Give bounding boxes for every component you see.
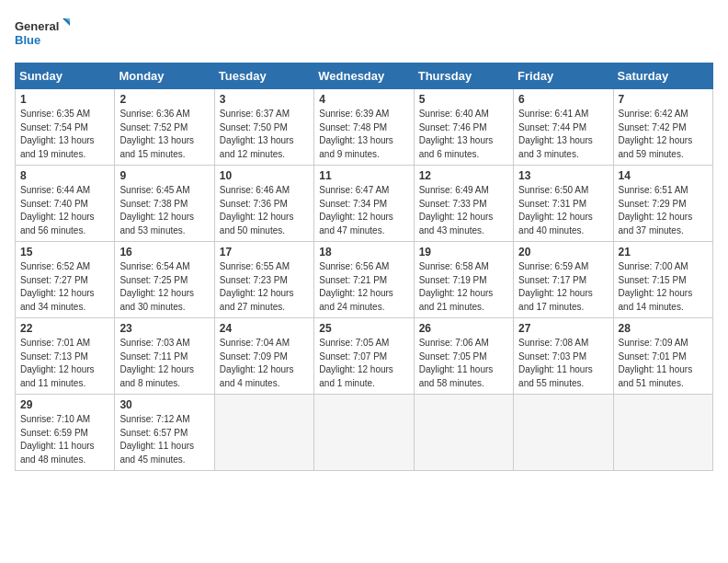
day-number: 25 bbox=[319, 322, 408, 335]
day-number: 29 bbox=[20, 398, 109, 411]
day-number: 8 bbox=[20, 169, 109, 182]
day-number: 20 bbox=[518, 246, 608, 259]
calendar-cell: 1 Sunrise: 6:35 AMSunset: 7:54 PMDayligh… bbox=[16, 89, 115, 166]
calendar-cell: 2 Sunrise: 6:36 AMSunset: 7:52 PMDayligh… bbox=[115, 89, 214, 166]
day-number: 1 bbox=[20, 93, 109, 106]
calendar-cell: 23 Sunrise: 7:03 AMSunset: 7:11 PMDaylig… bbox=[115, 318, 214, 395]
calendar-cell: 27 Sunrise: 7:08 AMSunset: 7:03 PMDaylig… bbox=[514, 318, 613, 395]
cell-info: Sunrise: 7:09 AMSunset: 7:01 PMDaylight:… bbox=[619, 337, 708, 390]
day-number: 7 bbox=[619, 93, 708, 106]
cell-info: Sunrise: 6:42 AMSunset: 7:42 PMDaylight:… bbox=[619, 108, 708, 161]
calendar-cell: 21 Sunrise: 7:00 AMSunset: 7:15 PMDaylig… bbox=[613, 242, 712, 318]
calendar-cell: 10 Sunrise: 6:46 AMSunset: 7:36 PMDaylig… bbox=[214, 166, 313, 242]
cell-info: Sunrise: 6:40 AMSunset: 7:46 PMDaylight:… bbox=[419, 108, 508, 161]
cell-info: Sunrise: 7:06 AMSunset: 7:05 PMDaylight:… bbox=[419, 337, 508, 390]
cell-info: Sunrise: 7:10 AMSunset: 6:59 PMDaylight:… bbox=[20, 413, 109, 466]
calendar-cell: 13 Sunrise: 6:50 AMSunset: 7:31 PMDaylig… bbox=[514, 166, 613, 242]
calendar-cell: 16 Sunrise: 6:54 AMSunset: 7:25 PMDaylig… bbox=[115, 242, 214, 318]
day-number: 5 bbox=[419, 93, 508, 106]
weekday-header-tuesday: Tuesday bbox=[214, 63, 313, 89]
weekday-header-saturday: Saturday bbox=[613, 63, 712, 89]
calendar-cell: 15 Sunrise: 6:52 AMSunset: 7:27 PMDaylig… bbox=[16, 242, 115, 318]
weekday-header-friday: Friday bbox=[514, 63, 613, 89]
calendar-cell: 26 Sunrise: 7:06 AMSunset: 7:05 PMDaylig… bbox=[414, 318, 513, 395]
calendar-cell: 8 Sunrise: 6:44 AMSunset: 7:40 PMDayligh… bbox=[16, 166, 115, 242]
calendar-cell bbox=[314, 395, 414, 471]
calendar-cell: 24 Sunrise: 7:04 AMSunset: 7:09 PMDaylig… bbox=[214, 318, 313, 395]
calendar-cell: 25 Sunrise: 7:05 AMSunset: 7:07 PMDaylig… bbox=[314, 318, 414, 395]
day-number: 12 bbox=[419, 169, 508, 182]
calendar-cell: 7 Sunrise: 6:42 AMSunset: 7:42 PMDayligh… bbox=[613, 89, 712, 166]
cell-info: Sunrise: 6:36 AMSunset: 7:52 PMDaylight:… bbox=[119, 108, 209, 161]
day-number: 28 bbox=[619, 322, 708, 335]
day-number: 27 bbox=[518, 322, 608, 335]
day-number: 16 bbox=[119, 246, 209, 259]
cell-info: Sunrise: 7:08 AMSunset: 7:03 PMDaylight:… bbox=[518, 337, 608, 390]
cell-info: Sunrise: 7:00 AMSunset: 7:15 PMDaylight:… bbox=[619, 260, 708, 314]
calendar-cell bbox=[514, 395, 613, 471]
cell-info: Sunrise: 7:12 AMSunset: 6:57 PMDaylight:… bbox=[119, 413, 209, 466]
cell-info: Sunrise: 6:44 AMSunset: 7:40 PMDaylight:… bbox=[20, 184, 109, 237]
calendar-cell: 14 Sunrise: 6:51 AMSunset: 7:29 PMDaylig… bbox=[613, 166, 712, 242]
calendar-cell: 11 Sunrise: 6:47 AMSunset: 7:34 PMDaylig… bbox=[314, 166, 414, 242]
weekday-header-monday: Monday bbox=[115, 63, 214, 89]
day-number: 4 bbox=[319, 93, 408, 106]
calendar-cell: 6 Sunrise: 6:41 AMSunset: 7:44 PMDayligh… bbox=[514, 89, 613, 166]
cell-info: Sunrise: 6:39 AMSunset: 7:48 PMDaylight:… bbox=[319, 108, 408, 161]
day-number: 6 bbox=[518, 93, 608, 106]
calendar-cell: 28 Sunrise: 7:09 AMSunset: 7:01 PMDaylig… bbox=[613, 318, 712, 395]
logo: General Blue bbox=[15, 15, 70, 52]
logo-svg: General Blue bbox=[15, 15, 70, 52]
cell-info: Sunrise: 6:58 AMSunset: 7:19 PMDaylight:… bbox=[419, 260, 508, 314]
calendar-cell: 30 Sunrise: 7:12 AMSunset: 6:57 PMDaylig… bbox=[115, 395, 214, 471]
calendar-cell: 18 Sunrise: 6:56 AMSunset: 7:21 PMDaylig… bbox=[314, 242, 414, 318]
day-number: 30 bbox=[119, 398, 209, 411]
cell-info: Sunrise: 6:45 AMSunset: 7:38 PMDaylight:… bbox=[119, 184, 209, 237]
calendar-cell bbox=[214, 395, 313, 471]
cell-info: Sunrise: 6:51 AMSunset: 7:29 PMDaylight:… bbox=[619, 184, 708, 237]
cell-info: Sunrise: 6:47 AMSunset: 7:34 PMDaylight:… bbox=[319, 184, 408, 237]
day-number: 23 bbox=[119, 322, 209, 335]
cell-info: Sunrise: 6:54 AMSunset: 7:25 PMDaylight:… bbox=[119, 260, 209, 314]
calendar-cell: 17 Sunrise: 6:55 AMSunset: 7:23 PMDaylig… bbox=[214, 242, 313, 318]
cell-info: Sunrise: 7:01 AMSunset: 7:13 PMDaylight:… bbox=[20, 337, 109, 390]
svg-text:Blue: Blue bbox=[15, 33, 40, 47]
calendar-cell: 20 Sunrise: 6:59 AMSunset: 7:17 PMDaylig… bbox=[514, 242, 613, 318]
day-number: 15 bbox=[20, 246, 109, 259]
day-number: 18 bbox=[319, 246, 408, 259]
calendar-cell: 29 Sunrise: 7:10 AMSunset: 6:59 PMDaylig… bbox=[16, 395, 115, 471]
cell-info: Sunrise: 6:56 AMSunset: 7:21 PMDaylight:… bbox=[319, 260, 408, 314]
calendar-cell: 19 Sunrise: 6:58 AMSunset: 7:19 PMDaylig… bbox=[414, 242, 513, 318]
weekday-header-sunday: Sunday bbox=[16, 63, 115, 89]
day-number: 14 bbox=[619, 169, 708, 182]
calendar-cell: 5 Sunrise: 6:40 AMSunset: 7:46 PMDayligh… bbox=[414, 89, 513, 166]
day-number: 22 bbox=[20, 322, 109, 335]
day-number: 26 bbox=[419, 322, 508, 335]
cell-info: Sunrise: 6:49 AMSunset: 7:33 PMDaylight:… bbox=[419, 184, 508, 237]
weekday-header-thursday: Thursday bbox=[414, 63, 513, 89]
cell-info: Sunrise: 6:41 AMSunset: 7:44 PMDaylight:… bbox=[518, 108, 608, 161]
cell-info: Sunrise: 6:46 AMSunset: 7:36 PMDaylight:… bbox=[220, 184, 309, 237]
day-number: 19 bbox=[419, 246, 508, 259]
cell-info: Sunrise: 6:52 AMSunset: 7:27 PMDaylight:… bbox=[20, 260, 109, 314]
cell-info: Sunrise: 6:55 AMSunset: 7:23 PMDaylight:… bbox=[220, 260, 309, 314]
cell-info: Sunrise: 6:35 AMSunset: 7:54 PMDaylight:… bbox=[20, 108, 109, 161]
day-number: 10 bbox=[220, 169, 309, 182]
day-number: 21 bbox=[619, 246, 708, 259]
day-number: 24 bbox=[220, 322, 309, 335]
day-number: 2 bbox=[119, 93, 209, 106]
page-header: General Blue bbox=[15, 15, 713, 52]
calendar-cell: 4 Sunrise: 6:39 AMSunset: 7:48 PMDayligh… bbox=[314, 89, 414, 166]
calendar-cell: 22 Sunrise: 7:01 AMSunset: 7:13 PMDaylig… bbox=[16, 318, 115, 395]
calendar-cell bbox=[414, 395, 513, 471]
calendar-cell: 9 Sunrise: 6:45 AMSunset: 7:38 PMDayligh… bbox=[115, 166, 214, 242]
svg-text:General: General bbox=[15, 19, 59, 33]
day-number: 3 bbox=[220, 93, 309, 106]
calendar-cell bbox=[613, 395, 712, 471]
day-number: 13 bbox=[518, 169, 608, 182]
cell-info: Sunrise: 7:05 AMSunset: 7:07 PMDaylight:… bbox=[319, 337, 408, 390]
weekday-header-wednesday: Wednesday bbox=[314, 63, 414, 89]
cell-info: Sunrise: 6:59 AMSunset: 7:17 PMDaylight:… bbox=[518, 260, 608, 314]
cell-info: Sunrise: 7:04 AMSunset: 7:09 PMDaylight:… bbox=[220, 337, 309, 390]
calendar-cell: 12 Sunrise: 6:49 AMSunset: 7:33 PMDaylig… bbox=[414, 166, 513, 242]
